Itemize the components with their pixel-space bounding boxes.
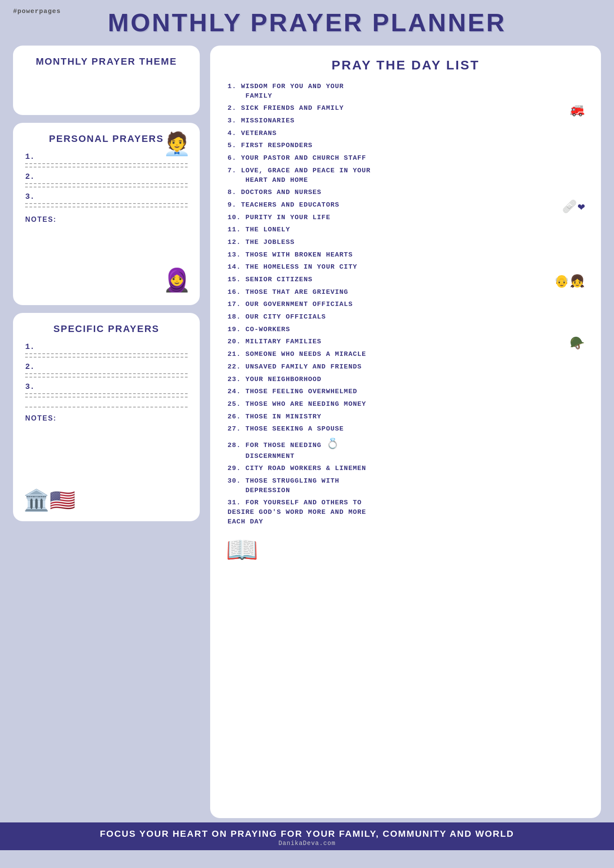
- hashtag-label: #powerpages: [13, 8, 61, 15]
- personal-item-3: 3.: [25, 192, 188, 209]
- pray-item-20: 20. MILITARY FAMILIES 🪖: [226, 337, 585, 347]
- pray-item-24: 24. THOSE FEELING OVERWHELMED: [226, 387, 585, 397]
- theme-card-title: MONTHLY PRAYER THEME: [25, 56, 188, 67]
- line-3a: [25, 203, 188, 204]
- main-title: MONTHLY PRAYER PLANNER: [9, 8, 605, 37]
- personal-item-2: 2.: [25, 172, 188, 189]
- pray-item-8: 8. DOCTORS AND NURSES: [226, 188, 585, 197]
- sline-2a: [25, 373, 188, 374]
- pray-the-day-title: PRAY THE DAY LIST: [226, 58, 585, 72]
- sline-3b: [25, 397, 188, 398]
- pray-item-7: 7. LOVE, GRACE AND PEACE IN YOUR HEART A…: [226, 166, 585, 185]
- pray-item-19: 19. CO-WORKERS: [226, 325, 585, 335]
- line-3b: [25, 207, 188, 207]
- pray-item-14: 14. THE HOMELESS IN YOUR CITY: [226, 263, 585, 272]
- pray-item-22: 22. UNSAVED FAMILY AND FRIENDS: [226, 362, 585, 372]
- help-icon: 🧕: [163, 267, 191, 295]
- pray-item-16: 16. THOSE THAT ARE GRIEVING: [226, 288, 585, 297]
- header: #powerpages MONTHLY PRAYER PLANNER: [0, 0, 614, 41]
- sline-2b: [25, 377, 188, 378]
- pray-item-9: 9. TEACHERS AND EDUCATORS 🩹❤️: [226, 201, 585, 210]
- sline-1a: [25, 353, 188, 354]
- pray-item-30: 30. THOSE STRUGGLING WITH DEPRESSION: [226, 477, 585, 495]
- specific-prayers-card: SPECIFIC PRAYERS 1. 2. 3.: [13, 313, 200, 521]
- personal-prayers-card: PERSONAL PRAYERS 🧑‍💼 1. 2. 3.: [13, 123, 200, 305]
- specific-number-3: 3.: [25, 382, 188, 391]
- specific-item-1: 1.: [25, 342, 188, 359]
- sline-1b: [25, 357, 188, 358]
- pray-item-25: 25. THOSE WHO ARE NEEDING MONEY: [226, 400, 585, 409]
- theme-card: MONTHLY PRAYER THEME: [13, 46, 200, 115]
- pray-item-4: 4. VETERANS: [226, 129, 585, 138]
- sline-extra: [25, 407, 188, 408]
- pray-list: 1. WISDOM FOR YOU AND YOUR FAMILY 2. SIC…: [226, 82, 585, 526]
- pray-item-28: 28. FOR THOSE NEEDING 💍 DISCERNMENT: [226, 437, 585, 461]
- pray-the-day-card: PRAY THE DAY LIST 1. WISDOM FOR YOU AND …: [210, 46, 601, 818]
- footer-main-text: FOCUS YOUR HEART ON PRAYING FOR YOUR FAM…: [13, 829, 601, 839]
- content-area: MONTHLY PRAYER THEME PERSONAL PRAYERS 🧑‍…: [0, 41, 614, 822]
- pray-item-11: 11. THE LONELY: [226, 225, 585, 235]
- specific-prayers-title: SPECIFIC PRAYERS: [25, 323, 188, 335]
- line-1a: [25, 163, 188, 164]
- pray-item-26: 26. THOSE IN MINISTRY: [226, 412, 585, 422]
- pray-item-1: 1. WISDOM FOR YOU AND YOUR FAMILY: [226, 82, 585, 101]
- sline-3a: [25, 393, 188, 394]
- specific-notes-label: NOTES:: [25, 414, 188, 422]
- pray-item-2: 2. SICK FRIENDS AND FAMILY 🚒: [226, 104, 585, 113]
- pray-item-3: 3. MISSIONARIES: [226, 116, 585, 126]
- pray-item-12: 12. THE JOBLESS: [226, 238, 585, 247]
- personal-notes-label: NOTES:: [25, 216, 188, 224]
- bible-book-icon: 📖: [226, 537, 258, 566]
- pray-item-21: 21. SOMEONE WHO NEEDS A MIRACLE: [226, 350, 585, 359]
- whitehouse-icon: 🏛️🇺🇸: [23, 488, 76, 513]
- pray-item-15: 15. SENIOR CITIZENS 👴👧: [226, 275, 585, 285]
- specific-number-2: 2.: [25, 362, 188, 371]
- personal-numbered-section: 1. 2. 3.: [25, 152, 188, 209]
- footer: FOCUS YOUR HEART ON PRAYING FOR YOUR FAM…: [0, 822, 614, 850]
- line-2b: [25, 187, 188, 187]
- specific-item-2: 2.: [25, 362, 188, 379]
- pray-item-29: 29. CITY ROAD WORKERS & LINEMEN: [226, 464, 585, 473]
- pray-item-31: 31. FOR YOURSELF AND OTHERS TODESIRE GOD…: [226, 498, 585, 526]
- pray-item-5: 5. FIRST RESPONDERS: [226, 141, 585, 151]
- right-column: PRAY THE DAY LIST 1. WISDOM FOR YOU AND …: [210, 46, 601, 818]
- personal-number-3: 3.: [25, 192, 188, 201]
- specific-numbered-section: 1. 2. 3.: [25, 342, 188, 399]
- line-2a: [25, 183, 188, 184]
- personal-number-2: 2.: [25, 172, 188, 181]
- pray-item-6: 6. YOUR PASTOR AND CHURCH STAFF: [226, 154, 585, 163]
- pray-item-27: 27. THOSE SEEKING A SPOUSE: [226, 424, 585, 434]
- pray-item-17: 17. OUR GOVERNMENT OFFICIALS: [226, 300, 585, 309]
- pray-item-23: 23. YOUR NEIGHBORHOOD: [226, 375, 585, 385]
- footer-sub-text: DanikaDeva.com: [13, 840, 601, 847]
- line-1b: [25, 167, 188, 168]
- specific-item-3: 3.: [25, 382, 188, 399]
- pray-item-18: 18. OUR CITY OFFICIALS: [226, 312, 585, 322]
- specific-number-1: 1.: [25, 342, 188, 351]
- left-column: MONTHLY PRAYER THEME PERSONAL PRAYERS 🧑‍…: [13, 46, 200, 521]
- pray-item-10: 10. PURITY IN YOUR LIFE: [226, 213, 585, 223]
- pray-item-13: 13. THOSE WITH BROKEN HEARTS: [226, 250, 585, 260]
- book-icon-container: 📖: [226, 534, 585, 566]
- preacher-icon: 🧑‍💼: [163, 131, 191, 158]
